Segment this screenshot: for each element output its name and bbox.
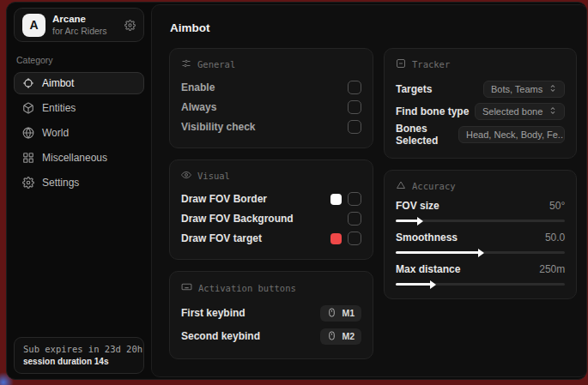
crosshair-icon (22, 77, 34, 89)
setting-label: Always (181, 101, 216, 113)
activation-card-title: Activation buttons (198, 283, 296, 293)
general-card-header: General (181, 58, 361, 70)
sidebar-item-label: Miscellaneous (42, 152, 107, 164)
accuracy-card-title: Accuracy (412, 181, 456, 191)
setting-row-draw-fov-border: Draw FOV Border (181, 189, 361, 208)
app-logo: A (22, 14, 45, 37)
sidebar-item-label: Aimbot (42, 77, 74, 89)
sidebar-item-settings[interactable]: Settings (14, 171, 144, 194)
category-label: Category (16, 55, 142, 65)
square-minus-icon (396, 58, 406, 70)
targets-select[interactable]: Bots, Teams (483, 81, 565, 98)
sidebar-item-label: Settings (42, 177, 79, 189)
mouse-icon (327, 331, 336, 342)
sidebar: A Arcane for Arc Riders Category Aimbot (7, 3, 151, 379)
setting-label: Find bone type (396, 105, 469, 117)
session-duration-text: session duration 14s (23, 357, 135, 366)
setting-row-enable: Enable (181, 78, 361, 97)
select-value: Bots, Teams (491, 84, 543, 94)
mouse-icon (327, 308, 336, 319)
keyboard-icon (181, 281, 192, 294)
cube-icon (22, 102, 34, 114)
app-name: Arcane (52, 13, 107, 25)
sidebar-item-label: Entities (42, 102, 76, 114)
subscription-status: Sub expires in 23d 20h session duration … (14, 337, 144, 374)
draw-fov-background-checkbox[interactable] (348, 212, 361, 226)
setting-row-draw-fov-background: Draw FOV Background (181, 209, 361, 228)
max-distance-value: 250m (539, 263, 565, 275)
visual-card-header: Visual (181, 170, 361, 182)
setting-row-first-keybind: First keybind M1 (181, 302, 361, 324)
tracker-card-header: Tracker (396, 58, 565, 70)
fov-border-color-swatch[interactable] (330, 194, 342, 205)
accuracy-card: Accuracy FOV size 50° (384, 170, 577, 299)
setting-label: Smoothness (396, 232, 458, 244)
grid-icon (22, 152, 34, 164)
activation-card-header: Activation buttons (181, 281, 361, 294)
smoothness-slider[interactable] (396, 251, 565, 254)
globe-icon (22, 127, 34, 139)
setting-row-smoothness: Smoothness 50.0 (396, 232, 565, 254)
enable-checkbox[interactable] (348, 81, 361, 94)
keybind-value: M1 (342, 308, 355, 318)
fov-size-slider[interactable] (396, 220, 565, 222)
setting-row-targets: Targets Bots, Teams (396, 78, 565, 99)
slider-fill (396, 251, 479, 254)
slider-fill (396, 283, 431, 286)
keybind-value: M2 (342, 331, 355, 341)
smoothness-value: 50.0 (545, 232, 565, 244)
select-value: Head, Neck, Body, Fe.. (466, 129, 563, 140)
slider-thumb[interactable] (430, 280, 436, 289)
app-window: A Arcane for Arc Riders Category Aimbot (6, 2, 587, 380)
triangle-icon (396, 180, 406, 192)
slider-thumb[interactable] (417, 217, 423, 226)
visual-card-title: Visual (197, 171, 230, 181)
brand-text: Arcane for Arc Riders (52, 13, 107, 37)
sliders-icon (181, 58, 191, 70)
setting-row-draw-fov-target: Draw FOV target (181, 229, 361, 248)
sub-expiry-text: Sub expires in 23d 20h (23, 344, 135, 354)
select-value: Selected bone (482, 106, 543, 117)
setting-row-max-distance: Max distance 250m (396, 263, 565, 286)
setting-label: Draw FOV Background (181, 213, 294, 225)
setting-label: Second keybind (181, 330, 260, 342)
setting-label: Draw FOV Border (181, 193, 267, 205)
general-card-title: General (197, 59, 235, 69)
sidebar-item-label: World (42, 127, 69, 139)
draw-fov-border-checkbox[interactable] (348, 192, 361, 206)
accuracy-card-header: Accuracy (396, 180, 565, 192)
setting-label: First keybind (181, 307, 246, 319)
tracker-card-title: Tracker (412, 59, 450, 69)
slider-thumb[interactable] (478, 249, 484, 257)
bones-selected-select[interactable]: Head, Neck, Body, Fe.. (458, 126, 565, 143)
setting-row-find-bone-type: Find bone type Selected bone (396, 100, 565, 122)
fov-size-value: 50° (549, 200, 565, 212)
always-checkbox[interactable] (348, 100, 361, 114)
sidebar-item-aimbot[interactable]: Aimbot (14, 72, 144, 94)
page-title: Aimbot (170, 21, 577, 34)
first-keybind-button[interactable]: M1 (320, 305, 361, 322)
setting-row-bones-selected: Bones Selected Head, Neck, Body, Fe.. (396, 123, 565, 147)
setting-row-second-keybind: Second keybind M2 (181, 325, 361, 347)
find-bone-type-select[interactable]: Selected bone (475, 103, 565, 120)
sidebar-item-world[interactable]: World (14, 122, 144, 144)
visibility-check-checkbox[interactable] (348, 120, 361, 134)
sidebar-nav: Aimbot Entities World Miscellaneous (14, 72, 144, 194)
brand-header: A Arcane for Arc Riders (14, 8, 144, 42)
activation-card: Activation buttons First keybind M1 Seco… (169, 271, 373, 359)
fov-target-color-swatch[interactable] (330, 233, 342, 244)
max-distance-slider[interactable] (396, 283, 565, 286)
setting-label: Bones Selected (396, 123, 458, 147)
sidebar-item-miscellaneous[interactable]: Miscellaneous (14, 147, 144, 169)
draw-fov-target-checkbox[interactable] (348, 232, 361, 245)
setting-label: Draw FOV target (181, 232, 262, 244)
second-keybind-button[interactable]: M2 (320, 328, 361, 345)
setting-label: FOV size (396, 200, 439, 212)
setting-row-always: Always (181, 98, 361, 117)
gear-icon[interactable] (124, 20, 136, 31)
general-card: General Enable Always Visibility check (169, 48, 373, 148)
setting-row-visibility-check: Visibility check (181, 117, 361, 136)
sidebar-item-entities[interactable]: Entities (14, 97, 144, 119)
setting-label: Enable (181, 81, 215, 93)
gear-icon (22, 177, 34, 189)
